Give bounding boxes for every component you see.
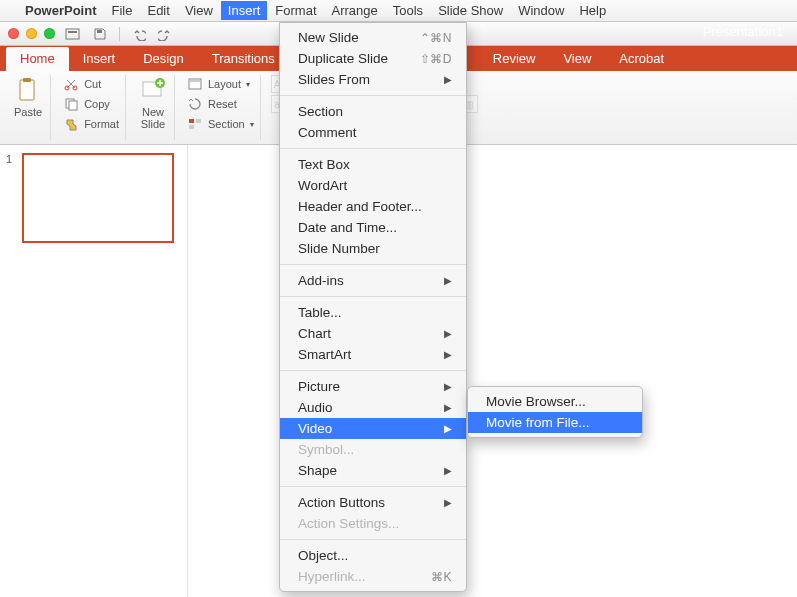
menu-wordart[interactable]: WordArt	[280, 175, 466, 196]
svg-rect-8	[69, 101, 77, 110]
document-title: Presentation1	[703, 24, 783, 39]
menu-edit[interactable]: Edit	[147, 3, 169, 18]
menu-hyperlink: Hyperlink...⌘K	[280, 566, 466, 587]
menu-smartart[interactable]: SmartArt▶	[280, 344, 466, 365]
menu-separator	[280, 148, 466, 149]
menu-action-buttons[interactable]: Action Buttons▶	[280, 492, 466, 513]
menu-video[interactable]: Video▶	[280, 418, 466, 439]
slide-thumbnail-pane[interactable]: 1	[0, 145, 188, 597]
menu-new-slide[interactable]: New Slide⌃⌘N	[280, 27, 466, 48]
menu-action-settings: Action Settings...	[280, 513, 466, 534]
svg-rect-12	[190, 80, 200, 82]
insert-menu-dropdown: New Slide⌃⌘N Duplicate Slide⇧⌘D Slides F…	[279, 22, 467, 592]
menu-file[interactable]: File	[112, 3, 133, 18]
cut-button[interactable]: Cut	[61, 75, 121, 93]
autosave-icon[interactable]	[65, 27, 81, 41]
svg-rect-2	[97, 30, 102, 33]
save-icon[interactable]	[93, 27, 107, 41]
menu-duplicate-slide[interactable]: Duplicate Slide⇧⌘D	[280, 48, 466, 69]
menu-help[interactable]: Help	[579, 3, 606, 18]
menu-format[interactable]: Format	[275, 3, 316, 18]
format-painter-button[interactable]: Format	[61, 115, 121, 133]
redo-icon[interactable]	[158, 27, 172, 41]
menu-add-ins[interactable]: Add-ins▶	[280, 270, 466, 291]
new-slide-button[interactable]: New Slide	[136, 75, 170, 132]
menu-header-footer[interactable]: Header and Footer...	[280, 196, 466, 217]
tab-design[interactable]: Design	[129, 47, 197, 71]
menu-separator	[280, 370, 466, 371]
svg-rect-4	[23, 78, 31, 82]
menu-table[interactable]: Table...	[280, 302, 466, 323]
menu-date-time[interactable]: Date and Time...	[280, 217, 466, 238]
tab-acrobat[interactable]: Acrobat	[605, 47, 678, 71]
svg-rect-3	[20, 80, 34, 100]
window-controls	[8, 28, 55, 39]
menu-tools[interactable]: Tools	[393, 3, 423, 18]
quick-access-toolbar	[65, 27, 172, 41]
menu-separator	[280, 296, 466, 297]
menu-shape[interactable]: Shape▶	[280, 460, 466, 481]
tab-insert[interactable]: Insert	[69, 47, 130, 71]
menu-arrange[interactable]: Arrange	[332, 3, 378, 18]
menu-separator	[280, 539, 466, 540]
svg-rect-0	[66, 29, 79, 39]
menu-insert[interactable]: Insert	[221, 1, 268, 20]
copy-button[interactable]: Copy	[61, 95, 121, 113]
video-submenu: Movie Browser... Movie from File...	[467, 386, 643, 438]
app-menu[interactable]: PowerPoint	[25, 3, 97, 18]
menu-text-box[interactable]: Text Box	[280, 154, 466, 175]
svg-rect-14	[189, 125, 194, 129]
paste-button[interactable]: Paste	[10, 75, 46, 120]
paste-label: Paste	[14, 106, 42, 118]
close-window-button[interactable]	[8, 28, 19, 39]
svg-rect-15	[196, 119, 201, 123]
section-button[interactable]: Section ▾	[185, 115, 256, 133]
slide-thumbnail[interactable]: 1	[6, 153, 181, 243]
menu-audio[interactable]: Audio▶	[280, 397, 466, 418]
undo-icon[interactable]	[132, 27, 146, 41]
menu-chart[interactable]: Chart▶	[280, 323, 466, 344]
tab-transitions[interactable]: Transitions	[198, 47, 289, 71]
menu-slide-number[interactable]: Slide Number	[280, 238, 466, 259]
slide-thumbnail-1[interactable]	[22, 153, 174, 243]
tab-home[interactable]: Home	[6, 47, 69, 71]
menu-section[interactable]: Section	[280, 101, 466, 122]
svg-rect-1	[68, 31, 77, 33]
menu-separator	[280, 95, 466, 96]
qat-separator	[119, 27, 120, 41]
tab-view[interactable]: View	[549, 47, 605, 71]
menu-window[interactable]: Window	[518, 3, 564, 18]
menu-separator	[280, 486, 466, 487]
menu-slides-from[interactable]: Slides From▶	[280, 69, 466, 90]
submenu-movie-from-file[interactable]: Movie from File...	[468, 412, 642, 433]
menu-picture[interactable]: Picture▶	[280, 376, 466, 397]
submenu-movie-browser[interactable]: Movie Browser...	[468, 391, 642, 412]
menu-object[interactable]: Object...	[280, 545, 466, 566]
menu-slide-show[interactable]: Slide Show	[438, 3, 503, 18]
minimize-window-button[interactable]	[26, 28, 37, 39]
zoom-window-button[interactable]	[44, 28, 55, 39]
tab-review[interactable]: Review	[479, 47, 550, 71]
layout-button[interactable]: Layout ▾	[185, 75, 256, 93]
svg-rect-13	[189, 119, 194, 123]
reset-button[interactable]: Reset	[185, 95, 256, 113]
mac-menubar: PowerPoint File Edit View Insert Format …	[0, 0, 797, 22]
menu-separator	[280, 264, 466, 265]
menu-symbol: Symbol...	[280, 439, 466, 460]
menu-view[interactable]: View	[185, 3, 213, 18]
slide-number: 1	[6, 153, 16, 243]
menu-comment[interactable]: Comment	[280, 122, 466, 143]
